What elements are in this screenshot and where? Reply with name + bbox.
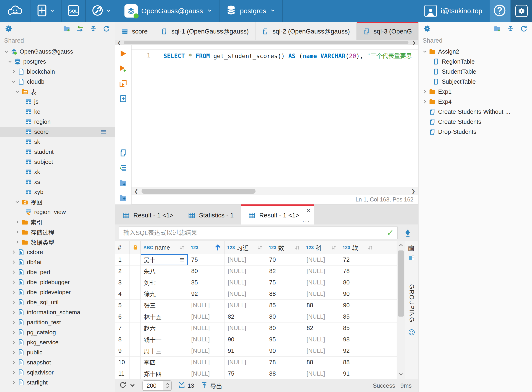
navigator-item-sk[interactable]: sk (0, 137, 115, 147)
navigator-item-information-schema[interactable]: information_schema (0, 307, 115, 317)
new-object-button[interactable] (31, 0, 61, 22)
scrollbar-thumb[interactable] (398, 251, 404, 317)
new-sql-editor-button[interactable]: SQL (61, 0, 85, 22)
navigator-item-starlight[interactable]: starlight (0, 378, 115, 387)
row-lock-cell[interactable] (130, 322, 141, 334)
sort-toggle-icon[interactable] (331, 245, 337, 251)
result-tab-2[interactable]: Statistics - 1 (181, 205, 241, 224)
navigator-item-js[interactable]: js (0, 97, 115, 107)
navigator-item-索引[interactable]: 索引 (0, 217, 115, 227)
sort-toggle-icon[interactable] (179, 245, 185, 251)
chevron-right-icon[interactable] (10, 370, 17, 375)
value-cell[interactable]: 75 (266, 277, 303, 288)
navigator-item-pkg-service[interactable]: pkg_service (0, 337, 115, 347)
format-script-button[interactable] (119, 164, 127, 172)
value-cell[interactable]: [NULL] (303, 368, 340, 379)
navigator-item-cloudb[interactable]: cloudb (0, 77, 115, 87)
chevron-right-icon[interactable] (10, 260, 17, 265)
database-selector[interactable]: postgres (219, 0, 282, 22)
cell-menu-icon[interactable] (179, 257, 185, 263)
row-lock-cell[interactable] (130, 277, 141, 288)
chevron-right-icon[interactable] (10, 330, 17, 335)
value-cell[interactable]: [NULL] (224, 357, 266, 368)
column-header-习近[interactable]: 123习近 (224, 241, 266, 254)
edit-tab-sql-2-opengauss-gauss[interactable]: sql-2 (OpenGauss@gauss) (256, 22, 357, 40)
resource-item-drop-students[interactable]: Drop-Students (419, 127, 532, 137)
value-cell[interactable]: 90 (340, 288, 376, 299)
value-cell[interactable]: 70 (266, 254, 303, 265)
row-lock-cell[interactable] (130, 345, 141, 356)
row-number-cell[interactable]: 6 (115, 311, 130, 322)
name-cell[interactable]: 徐九 (141, 288, 188, 299)
row-lock-cell[interactable] (130, 300, 141, 311)
navigator-item-dbe-perf[interactable]: dbe_perf (0, 267, 115, 277)
sql-code[interactable]: SELECT * FROM get_student_scores() AS (n… (159, 51, 412, 60)
chevron-right-icon[interactable] (422, 99, 428, 104)
navigator-item-视图[interactable]: 视图 (0, 197, 115, 207)
navigator-item-db4ai[interactable]: db4ai (0, 257, 115, 267)
row-menu-icon[interactable] (100, 128, 107, 135)
navigator-item-表[interactable]: 表 (0, 87, 115, 97)
chevron-right-icon[interactable] (10, 340, 17, 345)
value-cell[interactable]: [NULL] (224, 254, 266, 265)
value-cell[interactable]: [NULL] (303, 266, 340, 277)
column-header-软[interactable]: 123软 (340, 241, 376, 254)
scroll-left-icon[interactable]: ❮ (134, 188, 138, 194)
metadata-panel-tab[interactable] (408, 329, 415, 337)
value-cell[interactable]: [NULL] (188, 311, 224, 322)
name-cell[interactable]: 吴十 (141, 254, 188, 265)
chevron-right-icon[interactable] (422, 89, 428, 94)
resource-item-studenttable[interactable]: StudentTable (419, 66, 532, 77)
code-line[interactable]: 1 SELECT * FROM get_student_scores() AS … (131, 49, 418, 61)
navigator-item-region-view[interactable]: region_view (0, 207, 115, 217)
resource-item-create-students-without[interactable]: Create-Students-Without-... (419, 107, 532, 117)
scroll-right-icon[interactable]: ❯ (412, 40, 416, 45)
value-cell[interactable]: 78 (340, 266, 376, 277)
value-cell[interactable]: 72 (340, 254, 376, 265)
sync-connections-button[interactable] (76, 25, 84, 32)
chevron-right-icon[interactable] (10, 320, 17, 325)
refresh-tree-button[interactable] (103, 25, 110, 32)
value-cell[interactable]: 75 (224, 368, 266, 379)
row-number-cell[interactable]: 3 (115, 277, 130, 288)
value-cell[interactable]: [NULL] (224, 300, 266, 311)
help-button[interactable] (490, 0, 510, 22)
value-cell[interactable]: [NULL] (188, 334, 224, 345)
row-number-cell[interactable]: 8 (115, 334, 130, 345)
value-cell[interactable]: [NULL] (303, 277, 340, 288)
value-cell[interactable]: 82 (266, 266, 303, 277)
execute-plan-button[interactable] (119, 95, 127, 103)
row-lock-cell[interactable] (130, 334, 141, 345)
scroll-right-icon[interactable]: ❯ (411, 188, 415, 194)
clear-filter-button[interactable] (401, 227, 414, 239)
settings-button[interactable] (511, 0, 532, 22)
add-folder-button[interactable] (63, 25, 70, 32)
editor-body[interactable]: 1 SELECT * FROM get_student_scores() AS … (131, 45, 418, 205)
refresh-tree-button[interactable] (520, 25, 527, 32)
row-lock-cell[interactable] (130, 266, 141, 277)
value-cell[interactable]: 80 (266, 311, 303, 322)
value-cell[interactable]: [NULL] (224, 322, 266, 334)
value-cell[interactable]: [NULL] (303, 311, 340, 322)
column-header-name[interactable]: ABCname (141, 241, 188, 254)
navigator-item-public[interactable]: public (0, 347, 115, 357)
value-cell[interactable]: [NULL] (303, 254, 340, 265)
value-cell[interactable]: [NULL] (303, 345, 340, 356)
row-number-cell[interactable]: 10 (115, 357, 130, 368)
navigator-item-partition-test[interactable]: partition_test (0, 317, 115, 327)
navigator-item-postgres[interactable]: postgres (0, 56, 115, 66)
value-cell[interactable]: [NULL] (188, 368, 224, 379)
name-cell[interactable]: 周十三 (141, 345, 188, 356)
chevron-right-icon[interactable] (10, 360, 17, 365)
sort-toggle-icon[interactable] (367, 245, 373, 251)
value-cell[interactable]: 88 (266, 288, 303, 299)
chevron-right-icon[interactable] (10, 250, 17, 255)
value-cell[interactable]: 82 (224, 311, 266, 322)
chevron-down-icon[interactable] (14, 199, 20, 205)
chevron-right-icon[interactable] (10, 270, 17, 275)
navigator-item-subject[interactable]: subject (0, 157, 115, 167)
name-cell[interactable]: 刘七 (141, 277, 188, 288)
value-cell[interactable]: [NULL] (188, 345, 224, 356)
connection-selector[interactable]: OpenGauss@gauss (118, 0, 219, 22)
resources-settings-button[interactable] (423, 25, 431, 33)
